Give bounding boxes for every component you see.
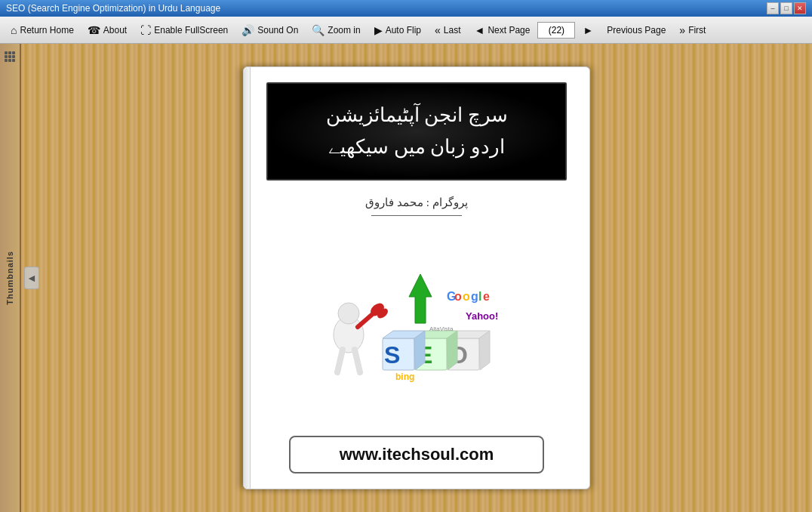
book-page: سرچ انجن آپٹیمائزیشناردو زبان میں سیکھیے… bbox=[243, 66, 590, 489]
page-number-input[interactable]: (22) bbox=[537, 22, 575, 39]
svg-point-1 bbox=[338, 303, 359, 324]
sound-icon: 🔊 bbox=[241, 24, 254, 36]
title-bar-controls: – □ ✕ bbox=[767, 2, 806, 14]
zoom-label: Zoom in bbox=[328, 25, 360, 35]
svg-marker-7 bbox=[409, 274, 432, 323]
sound-label: Sound On bbox=[257, 25, 298, 35]
seo-svg: S E O G o bbox=[303, 251, 530, 403]
svg-text:bing: bing bbox=[395, 372, 414, 382]
first-label: First bbox=[688, 25, 706, 35]
home-icon: ⌂ bbox=[11, 24, 17, 36]
about-icon: ☎ bbox=[88, 24, 100, 36]
prev-page-arrow-button[interactable]: ► bbox=[577, 21, 599, 39]
svg-text:e: e bbox=[483, 290, 490, 303]
svg-text:l: l bbox=[478, 290, 481, 303]
svg-line-5 bbox=[337, 350, 343, 372]
svg-text:Yahoo!: Yahoo! bbox=[466, 310, 498, 322]
title-bar: SEO (Search Engine Optimization) in Urdu… bbox=[0, 0, 812, 17]
first-button[interactable]: » First bbox=[673, 21, 712, 39]
thumbnails-label: Thumbnails bbox=[5, 251, 14, 305]
return-home-button[interactable]: ⌂ Return Home bbox=[5, 21, 80, 39]
fullscreen-button[interactable]: ⛶ Enable FullScreen bbox=[134, 21, 234, 39]
sound-button[interactable]: 🔊 Sound On bbox=[235, 21, 304, 39]
main-area: Thumbnails ◄ سرچ انجن آپٹیمائزیشناردو زب… bbox=[0, 44, 812, 512]
content-area: ◄ سرچ انجن آپٹیمائزیشناردو زبان میں سیکھ… bbox=[21, 44, 812, 512]
prev-arrow-icon: ► bbox=[583, 24, 593, 36]
next-icon: ◄ bbox=[475, 24, 485, 36]
close-button[interactable]: ✕ bbox=[794, 2, 806, 14]
previous-page-label: Previous Page bbox=[607, 25, 666, 35]
fullscreen-icon: ⛶ bbox=[140, 24, 151, 36]
svg-text:S: S bbox=[384, 341, 400, 369]
minimize-button[interactable]: – bbox=[767, 2, 779, 14]
author-divider bbox=[371, 215, 462, 216]
zoom-icon: 🔍 bbox=[312, 24, 324, 36]
svg-text:o: o bbox=[454, 290, 462, 303]
seo-illustration: S E O G o bbox=[266, 224, 567, 430]
svg-line-6 bbox=[355, 350, 360, 372]
play-icon: ▶ bbox=[374, 24, 383, 36]
fullscreen-label: Enable FullScreen bbox=[154, 25, 228, 35]
thumbnails-grid-icon bbox=[5, 51, 15, 62]
window-title: SEO (Search Engine Optimization) in Urdu… bbox=[6, 3, 220, 14]
about-label: About bbox=[103, 25, 127, 35]
author-line: پروگرام : محمد فاروق bbox=[365, 196, 467, 209]
svg-text:o: o bbox=[463, 290, 470, 303]
last-button[interactable]: « Last bbox=[429, 21, 466, 39]
last-label: Last bbox=[444, 25, 461, 35]
cover-title-urdu: سرچ انجن آپٹیمائزیشناردو زبان میں سیکھیے bbox=[326, 100, 508, 162]
toolbar: ⌂ Return Home ☎ About ⛶ Enable FullScree… bbox=[0, 17, 812, 44]
auto-flip-button[interactable]: ▶ Auto Flip bbox=[368, 21, 427, 39]
return-home-label: Return Home bbox=[20, 25, 73, 35]
next-page-button[interactable]: ◄ Next Page bbox=[469, 21, 537, 39]
about-button[interactable]: ☎ About bbox=[82, 21, 133, 39]
website-url: www.itechsoul.com bbox=[340, 445, 494, 464]
sidebar[interactable]: Thumbnails bbox=[0, 44, 21, 512]
left-page-arrow[interactable]: ◄ bbox=[24, 267, 39, 289]
cover-title-box: سرچ انجن آپٹیمائزیشناردو زبان میں سیکھیے bbox=[266, 82, 567, 180]
auto-flip-label: Auto Flip bbox=[386, 25, 421, 35]
first-icon: » bbox=[679, 24, 685, 36]
next-page-label: Next Page bbox=[488, 25, 530, 35]
restore-button[interactable]: □ bbox=[780, 2, 792, 14]
previous-page-button[interactable]: Previous Page bbox=[601, 22, 672, 39]
svg-text:g: g bbox=[471, 290, 478, 303]
zoom-in-button[interactable]: 🔍 Zoom in bbox=[306, 21, 366, 39]
website-url-box: www.itechsoul.com bbox=[289, 436, 544, 473]
last-icon: « bbox=[435, 24, 441, 36]
svg-text:AltaVista: AltaVista bbox=[429, 325, 454, 332]
